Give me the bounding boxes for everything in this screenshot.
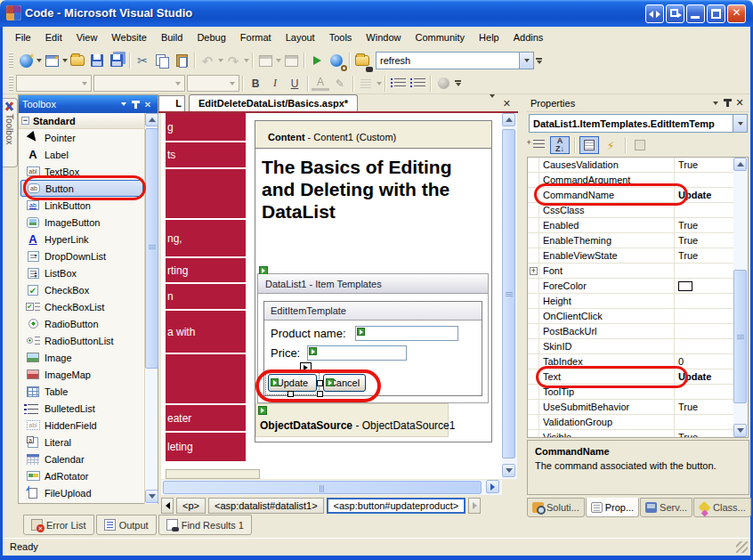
property-row-onclientclick[interactable]: OnClientClick [528, 309, 733, 324]
properties-scroll-up-button[interactable] [733, 158, 747, 171]
minimize-button[interactable] [686, 4, 705, 23]
save-all-button[interactable] [107, 51, 126, 70]
property-value[interactable]: True [675, 248, 733, 263]
property-row-enabletheming[interactable]: EnableThemingTrue [528, 233, 733, 248]
add-new-item-button[interactable]: ✶ [42, 51, 61, 70]
toolbox-scrollbar[interactable] [144, 113, 158, 504]
toolbox-close-button[interactable]: ✕ [142, 98, 154, 110]
menu-item-view[interactable]: View [69, 29, 105, 45]
toolbox-item-linkbutton[interactable]: abLinkButton [20, 197, 143, 214]
panel-tab-server[interactable]: Serv... [640, 498, 692, 517]
toolbox-item-adrotator[interactable]: AdRotator [20, 467, 143, 484]
cut-button[interactable]: ✂ [133, 51, 152, 70]
find-combobox[interactable]: refresh [376, 52, 534, 69]
property-value[interactable]: 0 [675, 354, 733, 369]
property-row-postbackurl[interactable]: PostBackUrl [528, 324, 733, 339]
menu-item-community[interactable]: Community [408, 29, 472, 45]
toolbox-item-pointer[interactable]: Pointer [20, 129, 143, 146]
toolbox-item-literal[interactable]: aLiteral [20, 434, 143, 450]
property-value[interactable]: Update [675, 369, 733, 384]
document-list-dropdown[interactable] [489, 98, 495, 109]
property-value[interactable] [675, 279, 733, 293]
highlight-button[interactable]: ✎ [330, 75, 350, 93]
property-value[interactable]: True [675, 430, 733, 438]
formatting-toolbar-grip[interactable] [9, 76, 13, 92]
toolbox-scroll-down-button[interactable] [145, 490, 158, 503]
design-horizontal-scrollbar[interactable] [161, 480, 502, 495]
resize-handle[interactable] [287, 391, 294, 397]
find-in-files-button[interactable] [352, 51, 372, 70]
property-value[interactable] [675, 203, 733, 217]
panel-tab-solution[interactable]: Soluti... [527, 498, 585, 517]
property-value[interactable] [675, 173, 733, 187]
property-value[interactable] [675, 264, 733, 278]
font-color-button[interactable]: A [311, 75, 330, 93]
toolbox-item-checkboxlist[interactable]: ✔CheckBoxList [20, 298, 143, 315]
menu-item-website[interactable]: Website [104, 29, 154, 45]
design-surface[interactable]: gtsng,rtingna witheaterleting Content - … [161, 113, 502, 479]
smart-tag-button[interactable] [300, 362, 312, 372]
bottom-tab-findresults[interactable]: Find Results 1 [158, 515, 252, 535]
datalist-header[interactable]: DataList1 - Item Templates [258, 274, 488, 294]
target-schema-combobox[interactable] [16, 75, 92, 92]
toolbar-overflow-button[interactable] [536, 58, 542, 64]
property-row-enableviewstate[interactable]: EnableViewStateTrue [528, 248, 733, 264]
properties-pin-button[interactable] [721, 97, 733, 110]
toolbox-item-label[interactable]: Label [20, 146, 143, 163]
toolbox-item-radiobutton[interactable]: RadioButton [20, 315, 143, 332]
property-value[interactable] [675, 415, 733, 429]
alignment-button[interactable] [356, 75, 376, 93]
properties-object-dropdown[interactable] [733, 115, 747, 132]
design-scroll-right-button[interactable] [486, 480, 499, 493]
design-vertical-scrollbar[interactable] [502, 113, 517, 479]
property-value[interactable] [675, 324, 733, 338]
toolbox-item-image[interactable]: Image [20, 349, 143, 366]
menu-item-edit[interactable]: Edit [38, 29, 69, 45]
toolbox-item-dropdownlist[interactable]: ▾DropDownList [20, 248, 143, 264]
menu-item-format[interactable]: Format [233, 29, 279, 45]
properties-object-combobox[interactable]: DataList1.ItemTemplates.EditItemTemp [529, 114, 748, 133]
toolbox-pin-button[interactable] [129, 98, 142, 110]
italic-button[interactable]: I [265, 75, 285, 93]
cancel-button-control[interactable]: Cancel [323, 374, 366, 392]
design-hscroll-thumb[interactable] [163, 481, 482, 494]
close-document-button[interactable]: ✕ [503, 98, 511, 110]
toolbox-item-bulletedlist[interactable]: BulletedList [20, 400, 143, 417]
toolbox-item-button[interactable]: abButton [20, 180, 143, 197]
toolbox-item-fileupload[interactable]: FileUpload [20, 484, 143, 501]
font-name-combobox[interactable] [93, 75, 185, 92]
menu-item-tools[interactable]: Tools [322, 29, 360, 45]
property-pages-button[interactable] [630, 136, 650, 154]
toolbox-item-radiobuttonlist[interactable]: RadioButtonList [20, 332, 143, 349]
properties-view-button[interactable] [579, 136, 599, 154]
resize-handle[interactable] [317, 391, 323, 397]
bulleted-list-button[interactable] [388, 75, 408, 93]
underline-button[interactable]: U [285, 75, 304, 93]
tag-navigator-item[interactable]: <p> [176, 498, 206, 514]
update-button-control[interactable]: Update [268, 374, 317, 392]
tag-navigator-item[interactable]: <asp:button#updateproduct> [327, 498, 466, 514]
redo-dropdown[interactable] [244, 59, 249, 62]
property-row-skinid[interactable]: SkinID [528, 339, 733, 354]
resize-handle[interactable] [317, 380, 323, 386]
properties-close-button[interactable]: ✕ [733, 97, 746, 110]
color-swatch[interactable] [678, 281, 692, 291]
toolbox-item-listbox[interactable]: ▴▾ListBox [20, 264, 143, 281]
tab-hidden-document[interactable]: L [158, 95, 185, 111]
save-button[interactable] [87, 51, 107, 70]
toolbox-item-hiddenfield[interactable]: ablHiddenField [20, 417, 143, 434]
numbered-list-button[interactable] [408, 75, 427, 93]
open-file-button[interactable] [68, 51, 87, 70]
toolbox-item-textbox[interactable]: ablTextBox [20, 163, 143, 180]
toolbar-grip[interactable] [9, 53, 13, 69]
menu-item-file[interactable]: File [8, 29, 38, 45]
property-value[interactable] [675, 294, 733, 308]
design-scroll-up-button[interactable] [502, 113, 515, 126]
property-row-enabled[interactable]: EnabledTrue [528, 218, 733, 233]
context-arrows-button[interactable] [645, 4, 664, 23]
font-size-combobox[interactable] [187, 75, 239, 92]
toolbox-item-imagebutton[interactable]: ImageButton [20, 214, 143, 231]
datalist-control[interactable]: DataList1 - Item Templates EditItemTempl… [257, 273, 489, 403]
menu-item-addins[interactable]: Addins [506, 29, 551, 45]
toolbox-category-standard[interactable]: − Standard [19, 113, 145, 129]
